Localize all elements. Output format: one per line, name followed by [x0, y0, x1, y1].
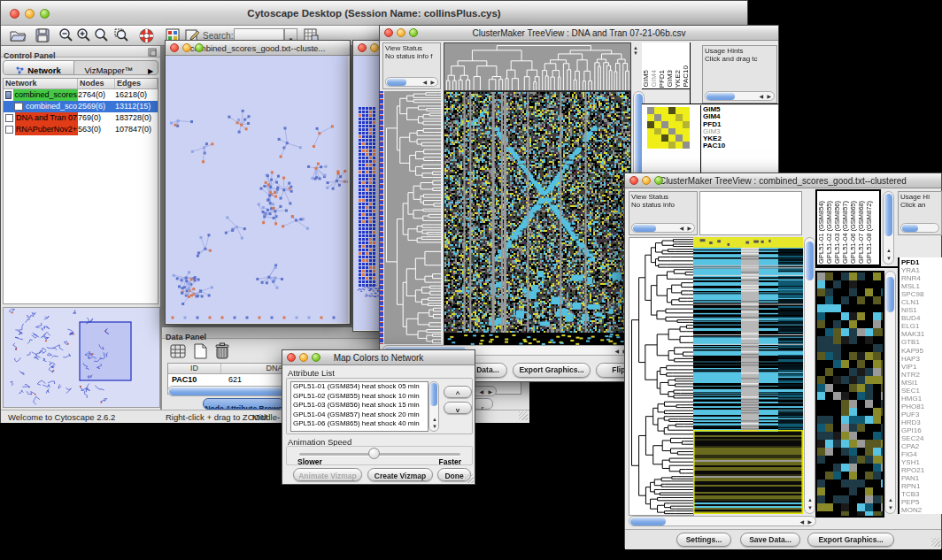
- treeview-button[interactable]: Save Data...: [740, 533, 800, 547]
- row-label[interactable]: PHO81: [901, 403, 940, 410]
- row-label[interactable]: ELG1: [901, 322, 940, 330]
- matrix-cell[interactable]: [676, 114, 683, 121]
- matrix-cell[interactable]: [647, 114, 654, 121]
- matrix-cell[interactable]: [661, 107, 668, 114]
- row-label[interactable]: YRA1: [901, 266, 940, 274]
- network-canvas[interactable]: [166, 56, 348, 323]
- correlation-matrix[interactable]: [647, 107, 690, 149]
- close-button[interactable]: [10, 9, 19, 19]
- row-label[interactable]: GPI16: [901, 426, 940, 434]
- matrix-cell[interactable]: [676, 128, 683, 135]
- matrix-cell[interactable]: [661, 128, 668, 135]
- row-label[interactable]: PFD1: [901, 258, 940, 266]
- attribute-list-item[interactable]: GPL51-01 (GSM854) heat shock 05 min: [291, 382, 428, 392]
- column-label[interactable]: GPL51-03 (GSM856): [834, 201, 841, 264]
- row-label[interactable]: RPO21: [901, 466, 940, 474]
- help-lifering-icon[interactable]: [138, 27, 155, 44]
- row-label[interactable]: NTR2: [901, 371, 940, 379]
- minimize-button[interactable]: [397, 28, 405, 37]
- row-label[interactable]: HAP3: [901, 355, 940, 363]
- float-panel-icon[interactable]: [148, 48, 157, 57]
- attribute-list-item[interactable]: GPL51-02 (GSM855) heat shock 10 min: [291, 392, 428, 402]
- minimize-button[interactable]: [642, 176, 651, 185]
- matrix-cell[interactable]: [661, 134, 668, 142]
- column-label[interactable]: YKE2: [675, 70, 682, 88]
- open-folder-icon[interactable]: [9, 27, 27, 43]
- zoom-button[interactable]: [654, 176, 663, 185]
- row-label[interactable]: SEC1: [901, 387, 940, 395]
- attribute-list-item[interactable]: GPL51-07 (GSM868) heat shock 60 min: [291, 429, 428, 432]
- row-labels[interactable]: PFD1YRA1RNR4MSL1SPC98CLN1NIS1BUD4ELG1MAK…: [898, 257, 942, 514]
- column-label[interactable]: GPL51-07 (GSM868): [858, 201, 865, 264]
- label-scroll-arrows[interactable]: ▲ ▼: [633, 45, 640, 56]
- row-label[interactable]: GTB1: [901, 338, 940, 346]
- matrix-cell[interactable]: [647, 121, 654, 128]
- heatmap-vscrollbar[interactable]: ▲ ▼: [804, 237, 815, 514]
- row-label[interactable]: MON2: [901, 506, 940, 514]
- attribute-list-item[interactable]: GPL51-03 (GSM856) heat shock 15 min: [291, 401, 428, 410]
- matrix-cell[interactable]: [676, 134, 683, 142]
- zoom-button[interactable]: [195, 43, 204, 52]
- matrix-cell[interactable]: [668, 107, 676, 114]
- matrix-cell[interactable]: [676, 142, 683, 149]
- grow-handle[interactable]: [931, 538, 940, 547]
- matrix-cell[interactable]: [654, 142, 661, 149]
- network-window-title-bar[interactable]: combined_scores_good.txt--cluste...: [166, 41, 350, 56]
- matrix-cell[interactable]: [676, 107, 683, 114]
- minimize-button[interactable]: [299, 353, 308, 362]
- row-label[interactable]: RPN1: [901, 482, 940, 490]
- network-table-column-header[interactable]: Network: [4, 79, 78, 88]
- treeview2-title-bar[interactable]: ClusterMaker TreeView : combined_scores_…: [625, 173, 941, 188]
- speed-slider-thumb[interactable]: [368, 448, 380, 459]
- close-button[interactable]: [287, 353, 296, 362]
- matrix-cell[interactable]: [668, 114, 676, 121]
- matrix-cell[interactable]: [668, 134, 676, 142]
- row-label[interactable]: CLN1: [901, 298, 940, 306]
- close-button[interactable]: [170, 43, 179, 52]
- row-label[interactable]: YSH1: [901, 458, 940, 466]
- matrix-cell[interactable]: [668, 142, 676, 149]
- column-labels[interactable]: GPL51-01 (GSM854)GPL51-02 (GSM855)GPL51-…: [815, 189, 881, 266]
- save-icon[interactable]: [35, 27, 50, 43]
- tab-network[interactable]: Network: [4, 61, 74, 74]
- row-label[interactable]: MSL1: [901, 282, 940, 290]
- matrix-cell[interactable]: [683, 114, 690, 121]
- row-label[interactable]: BUD4: [901, 314, 940, 322]
- close-button[interactable]: [358, 43, 367, 52]
- row-label[interactable]: VIP1: [901, 363, 940, 371]
- create-vizmap-button[interactable]: Create Vizmap: [367, 468, 433, 481]
- zoom-button[interactable]: [312, 353, 320, 362]
- network-table-column-header[interactable]: Edges: [115, 79, 158, 88]
- main-grow-handle[interactable]: [519, 411, 528, 420]
- row-label[interactable]: SEC24: [901, 434, 940, 442]
- heatmap-global-view[interactable]: [693, 237, 803, 514]
- column-label[interactable]: GPL51-06 (GSM865): [850, 201, 857, 264]
- network-table-row[interactable]: combined_sco2569(6)13112(15): [4, 101, 158, 112]
- matrix-cell[interactable]: [683, 142, 690, 149]
- usage-hints-scrollbar[interactable]: ◀ ▶: [705, 91, 775, 101]
- matrix-cell[interactable]: [654, 121, 661, 128]
- close-button[interactable]: [384, 28, 393, 37]
- matrix-cell[interactable]: [683, 107, 690, 114]
- zoom-vscrollbar[interactable]: ▲ ▼: [884, 271, 896, 514]
- row-label[interactable]: RNR4: [901, 274, 940, 282]
- matrix-cell[interactable]: [654, 128, 661, 135]
- treeview2-hscrollbar[interactable]: ◀ ▶: [629, 516, 816, 526]
- column-labels[interactable]: GIM5GIM4PFD1GIM3YKE2PAC10: [642, 42, 690, 89]
- minimize-button[interactable]: [370, 43, 379, 52]
- column-dendrogram[interactable]: [444, 42, 631, 91]
- matrix-cell[interactable]: [661, 114, 668, 121]
- attribute-list-item[interactable]: GPL51-06 (GSM865) heat shock 40 min: [291, 419, 428, 429]
- matrix-cell[interactable]: [668, 121, 676, 128]
- network-table-row[interactable]: RNAPuberNov2+563(0)107847(0): [4, 124, 158, 135]
- matrix-cell[interactable]: [683, 134, 690, 142]
- row-dendrogram[interactable]: [384, 91, 441, 344]
- zoom-selected-icon[interactable]: [113, 27, 129, 43]
- zoom-in-icon[interactable]: [75, 27, 91, 43]
- matrix-cell[interactable]: [668, 128, 676, 135]
- row-label[interactable]: KAP95: [901, 347, 940, 355]
- heatmap-zoom-view[interactable]: [815, 271, 884, 518]
- main-title-bar[interactable]: Cytoscape Desktop (Session Name: collins…: [1, 1, 747, 26]
- tab-node-attribute-browser[interactable]: Node Attribute Brows: [203, 398, 284, 410]
- column-label[interactable]: GIM4: [651, 70, 658, 88]
